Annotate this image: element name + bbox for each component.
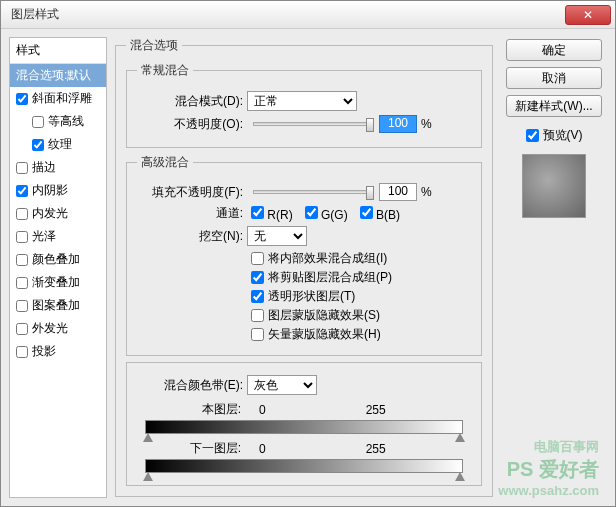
dialog-content: 样式 混合选项:默认斜面和浮雕等高线纹理描边内阴影内发光光泽颜色叠加渐变叠加图案… [1, 29, 615, 506]
adv-opt-4[interactable]: 矢量蒙版隐藏效果(H) [251, 326, 471, 343]
channel-r[interactable]: R(R) [251, 206, 293, 222]
blend-mode-label: 混合模式(D): [137, 93, 247, 110]
sidebar-item-label: 混合选项:默认 [16, 67, 91, 84]
fill-pct: % [421, 185, 432, 199]
close-button[interactable]: ✕ [565, 5, 611, 25]
adv-opt-checkbox-0[interactable] [251, 252, 264, 265]
close-icon: ✕ [583, 8, 593, 22]
sidebar-item-label: 颜色叠加 [32, 251, 80, 268]
adv-opt-label: 将内部效果混合成组(I) [268, 250, 387, 267]
channel-b[interactable]: B(B) [360, 206, 400, 222]
knockout-select[interactable]: 无 [247, 226, 307, 246]
preview-thumbnail [522, 154, 586, 218]
advanced-blend-title: 高级混合 [137, 154, 193, 171]
general-blend-group: 常规混合 混合模式(D): 正常 不透明度(O): 100 % [126, 62, 482, 148]
general-blend-title: 常规混合 [137, 62, 193, 79]
window-title: 图层样式 [11, 6, 565, 23]
sidebar-item-label: 渐变叠加 [32, 274, 80, 291]
main-panel: 混合选项 常规混合 混合模式(D): 正常 不透明度(O): 100 % [115, 37, 493, 498]
right-panel: 确定 取消 新建样式(W)... 预览(V) [501, 37, 607, 498]
opacity-pct: % [421, 117, 432, 131]
sidebar-item-9[interactable]: 渐变叠加 [10, 271, 106, 294]
sidebar-item-label: 图案叠加 [32, 297, 80, 314]
sidebar-item-12[interactable]: 投影 [10, 340, 106, 363]
sidebar-checkbox-12[interactable] [16, 346, 28, 358]
sidebar-checkbox-4[interactable] [16, 162, 28, 174]
this-hi: 255 [366, 403, 386, 417]
blendif-group: 混合颜色带(E): 灰色 本图层: 0255 下一图层: 0 [126, 362, 482, 486]
advanced-blend-group: 高级混合 填充不透明度(F): 100 % 通道: R(R) G(G) B(B) [126, 154, 482, 356]
adv-opt-1[interactable]: 将剪贴图层混合成组(P) [251, 269, 471, 286]
sidebar-item-3[interactable]: 纹理 [10, 133, 106, 156]
sidebar-item-label: 外发光 [32, 320, 68, 337]
sidebar-checkbox-7[interactable] [16, 231, 28, 243]
this-layer-label: 本图层: [137, 401, 247, 418]
adv-opt-label: 图层蒙版隐藏效果(S) [268, 307, 380, 324]
adv-opt-checkbox-4[interactable] [251, 328, 264, 341]
adv-opt-checkbox-2[interactable] [251, 290, 264, 303]
adv-opt-0[interactable]: 将内部效果混合成组(I) [251, 250, 471, 267]
adv-opt-3[interactable]: 图层蒙版隐藏效果(S) [251, 307, 471, 324]
blend-mode-select[interactable]: 正常 [247, 91, 357, 111]
cancel-button[interactable]: 取消 [506, 67, 602, 89]
opacity-slider[interactable] [253, 122, 373, 126]
blend-options-title: 混合选项 [126, 37, 182, 54]
sidebar-item-7[interactable]: 光泽 [10, 225, 106, 248]
sidebar-checkbox-11[interactable] [16, 323, 28, 335]
this-layer-gradient[interactable] [145, 420, 463, 434]
fill-opacity-label: 填充不透明度(F): [137, 184, 247, 201]
channels-label: 通道: [137, 205, 247, 222]
sidebar-item-1[interactable]: 斜面和浮雕 [10, 87, 106, 110]
sidebar-checkbox-5[interactable] [16, 185, 28, 197]
layer-style-dialog: 图层样式 ✕ 样式 混合选项:默认斜面和浮雕等高线纹理描边内阴影内发光光泽颜色叠… [0, 0, 616, 507]
opacity-input[interactable]: 100 [379, 115, 417, 133]
sidebar-item-label: 纹理 [48, 136, 72, 153]
sidebar-item-label: 斜面和浮雕 [32, 90, 92, 107]
knockout-label: 挖空(N): [137, 228, 247, 245]
sidebar-checkbox-10[interactable] [16, 300, 28, 312]
sidebar-item-5[interactable]: 内阴影 [10, 179, 106, 202]
sidebar-item-11[interactable]: 外发光 [10, 317, 106, 340]
under-hi: 255 [366, 442, 386, 456]
sidebar-item-0[interactable]: 混合选项:默认 [10, 64, 106, 87]
sidebar-item-label: 内发光 [32, 205, 68, 222]
adv-opt-checkbox-3[interactable] [251, 309, 264, 322]
under-lo: 0 [259, 442, 266, 456]
adv-opt-label: 矢量蒙版隐藏效果(H) [268, 326, 381, 343]
sidebar-item-4[interactable]: 描边 [10, 156, 106, 179]
blend-options-group: 混合选项 常规混合 混合模式(D): 正常 不透明度(O): 100 % [115, 37, 493, 497]
adv-opt-checkbox-1[interactable] [251, 271, 264, 284]
fill-opacity-input[interactable]: 100 [379, 183, 417, 201]
sidebar-item-10[interactable]: 图案叠加 [10, 294, 106, 317]
under-layer-gradient[interactable] [145, 459, 463, 473]
opacity-label: 不透明度(O): [137, 116, 247, 133]
sidebar-checkbox-8[interactable] [16, 254, 28, 266]
fill-opacity-slider[interactable] [253, 190, 373, 194]
sidebar-item-6[interactable]: 内发光 [10, 202, 106, 225]
sidebar-item-label: 内阴影 [32, 182, 68, 199]
sidebar-checkbox-6[interactable] [16, 208, 28, 220]
sidebar-item-label: 描边 [32, 159, 56, 176]
sidebar-item-label: 投影 [32, 343, 56, 360]
sidebar-heading: 样式 [10, 38, 106, 64]
sidebar-checkbox-1[interactable] [16, 93, 28, 105]
titlebar: 图层样式 ✕ [1, 1, 615, 29]
sidebar-item-label: 等高线 [48, 113, 84, 130]
sidebar-item-8[interactable]: 颜色叠加 [10, 248, 106, 271]
sidebar-checkbox-9[interactable] [16, 277, 28, 289]
this-lo: 0 [259, 403, 266, 417]
sidebar-item-label: 光泽 [32, 228, 56, 245]
sidebar-checkbox-3[interactable] [32, 139, 44, 151]
adv-opt-label: 透明形状图层(T) [268, 288, 355, 305]
blendif-select[interactable]: 灰色 [247, 375, 317, 395]
channel-g[interactable]: G(G) [305, 206, 348, 222]
adv-opt-label: 将剪贴图层混合成组(P) [268, 269, 392, 286]
ok-button[interactable]: 确定 [506, 39, 602, 61]
sidebar-checkbox-2[interactable] [32, 116, 44, 128]
preview-checkbox[interactable]: 预览(V) [526, 127, 583, 144]
sidebar-item-2[interactable]: 等高线 [10, 110, 106, 133]
under-layer-label: 下一图层: [137, 440, 247, 457]
new-style-button[interactable]: 新建样式(W)... [506, 95, 602, 117]
styles-sidebar: 样式 混合选项:默认斜面和浮雕等高线纹理描边内阴影内发光光泽颜色叠加渐变叠加图案… [9, 37, 107, 498]
adv-opt-2[interactable]: 透明形状图层(T) [251, 288, 471, 305]
